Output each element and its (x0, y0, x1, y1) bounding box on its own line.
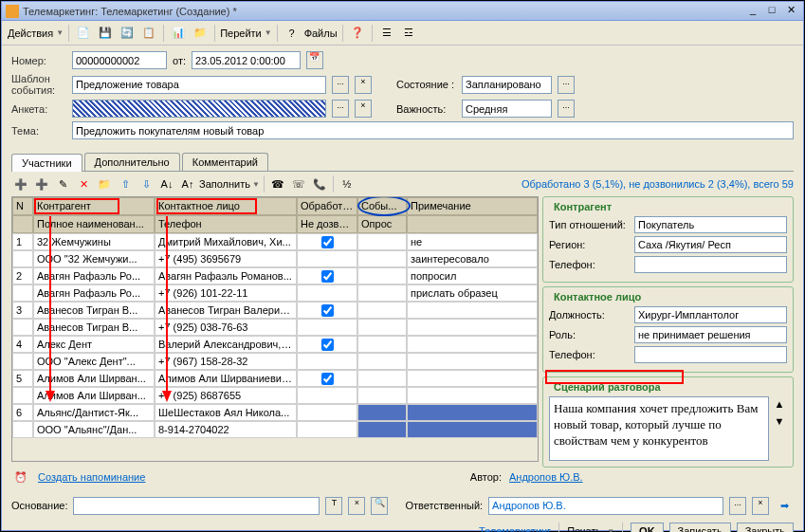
table-row[interactable]: ООО "Альянс"/Дан... 8-914-2704022 (12, 421, 538, 438)
basis-input[interactable] (73, 497, 320, 515)
close-button[interactable]: Закрыть (737, 523, 794, 532)
chevron-down-icon[interactable]: ▼ (607, 527, 614, 533)
importance-input[interactable] (462, 100, 552, 118)
survey-clear-button[interactable]: × (355, 100, 372, 118)
tab-participants[interactable]: Участники (11, 154, 82, 172)
col-phone[interactable]: Телефон (155, 215, 297, 233)
question-icon[interactable]: ❓ (348, 24, 367, 43)
add-group-icon[interactable]: ➕ (32, 174, 51, 193)
role-input[interactable] (634, 326, 787, 343)
table-row[interactable]: 1 32 Жемчужины Дмитрий Михайлович, Хи...… (12, 233, 538, 250)
col-n[interactable]: N (12, 197, 33, 215)
participants-grid[interactable]: N Контрагент Контактное лицо Обработан С… (11, 196, 539, 462)
table-row[interactable]: 2 Авагян Рафаэль Ро... Авагян Рафаэль Ро… (12, 267, 538, 284)
region-input[interactable] (634, 236, 787, 253)
add-icon[interactable]: ➕ (11, 174, 30, 193)
delete-icon[interactable]: ✕ (74, 174, 93, 193)
phone3-icon[interactable]: 📞 (310, 174, 329, 193)
template-input[interactable] (72, 76, 326, 94)
table-row[interactable]: 4 Алекс Дент Валерий Александрович, Х... (12, 336, 538, 353)
edit-icon[interactable]: ✎ (53, 174, 72, 193)
save-button[interactable]: Записать (669, 523, 731, 532)
print-button[interactable]: Печать (567, 525, 601, 532)
position-input[interactable] (634, 306, 787, 323)
phone2-input[interactable] (634, 346, 787, 363)
author-value[interactable]: Андропов Ю.В. (509, 471, 794, 483)
table-row[interactable]: 5 Алимов Али Ширван... Алимов Али Ширван… (12, 370, 538, 387)
fill-menu[interactable]: Заполнить (199, 178, 250, 190)
ok-button[interactable]: OK (631, 523, 664, 532)
processed-checkbox[interactable] (321, 270, 334, 283)
resp-clear-button[interactable]: × (752, 497, 769, 515)
template-select-button[interactable]: ... (332, 76, 349, 94)
date-input[interactable] (192, 51, 301, 69)
col-contact[interactable]: Контактное лицо (155, 197, 297, 215)
save-icon[interactable]: 💾 (96, 24, 115, 43)
phone2-icon[interactable]: ☏ (289, 174, 308, 193)
list-icon[interactable]: ☰ (377, 24, 396, 43)
date-picker-button[interactable]: 📅 (306, 51, 323, 69)
goto-icon[interactable]: ➡ (775, 496, 794, 515)
table-row[interactable]: Авагян Рафаэль Ро... +7 (926) 101-22-11 … (12, 284, 538, 302)
telemarketing-link[interactable]: Телемаркетинг (479, 525, 551, 532)
files-menu[interactable]: Файлы (304, 28, 338, 39)
chevron-down-icon[interactable]: ▼ (56, 28, 64, 37)
close-button[interactable]: ✕ (782, 4, 799, 19)
tab-additional[interactable]: Дополнительно (84, 153, 180, 171)
copy-icon[interactable]: 📋 (139, 24, 158, 43)
col-contragent[interactable]: Контрагент (33, 197, 155, 215)
col-notreached[interactable]: Не дозвони... (297, 215, 357, 233)
help-icon[interactable]: ? (283, 24, 302, 43)
sort-za-icon[interactable]: A↑ (178, 174, 197, 193)
rel-type-input[interactable] (634, 216, 787, 233)
survey-input[interactable] (72, 100, 326, 118)
refresh-icon[interactable]: 🔄 (118, 24, 137, 43)
state-select-button[interactable]: ... (558, 76, 575, 94)
up-icon[interactable]: ⇧ (116, 174, 135, 193)
phone-input[interactable] (634, 256, 787, 273)
reminder-icon[interactable]: ⏰ (11, 468, 30, 486)
new-icon[interactable]: 📄 (74, 24, 93, 43)
tree-icon[interactable]: ☲ (399, 24, 418, 43)
sort-az-icon[interactable]: A↓ (157, 174, 176, 193)
number-input[interactable] (72, 51, 167, 69)
goto-menu[interactable]: Перейти (220, 28, 262, 39)
basis-search-button[interactable]: 🔍 (371, 497, 388, 515)
processed-checkbox[interactable] (321, 373, 334, 385)
col-fullname[interactable]: Полное наименован... (33, 215, 155, 233)
table-row[interactable]: Аванесов Тигран В... +7 (925) 038-76-63 (12, 319, 538, 336)
col-note[interactable]: Примечание (407, 197, 538, 215)
basis-clear-button[interactable]: × (348, 497, 365, 515)
maximize-button[interactable]: □ (763, 4, 780, 19)
template-clear-button[interactable]: × (355, 76, 372, 94)
processed-checkbox[interactable] (321, 236, 334, 248)
actions-menu[interactable]: Действия (8, 28, 53, 39)
phone1-icon[interactable]: ☎ (268, 174, 287, 193)
folder-icon[interactable]: 📁 (95, 174, 114, 193)
tab-comment[interactable]: Комментарий (182, 153, 268, 171)
chevron-down-icon[interactable]: ▼ (265, 28, 272, 37)
struct-icon[interactable]: 📁 (191, 24, 210, 43)
table-row[interactable]: ООО "Алекс Дент"... +7 (967) 158-28-32 (12, 353, 538, 370)
col-processed[interactable]: Обработан (297, 197, 357, 215)
importance-select-button[interactable]: ... (558, 100, 575, 118)
resp-select-button[interactable]: ... (729, 497, 746, 515)
col-poll[interactable]: Опрос (357, 215, 407, 233)
report-icon[interactable]: 📊 (169, 24, 188, 43)
topic-input[interactable] (72, 121, 794, 139)
processed-checkbox[interactable] (321, 339, 334, 351)
filter-icon[interactable]: ½ (338, 174, 357, 193)
script-up-button[interactable]: ▲ (772, 396, 787, 412)
basis-t-button[interactable]: T (325, 497, 342, 515)
create-reminder-link[interactable]: Создать напоминание (38, 471, 145, 483)
table-row[interactable]: 3 Аванесов Тигран В... Аванесов Тигран В… (12, 302, 538, 319)
chevron-down-icon[interactable]: ▼ (252, 180, 260, 189)
down-icon[interactable]: ⇩ (137, 174, 156, 193)
table-row[interactable]: 6 Альянс/Дантист-Як... ШеШестаков Аял Ни… (12, 404, 538, 421)
col-events[interactable]: Собы... (357, 197, 407, 215)
table-row[interactable]: Алимов Али Ширван... +7 (925) 8687655 (12, 387, 538, 404)
state-input[interactable] (462, 76, 552, 94)
survey-select-button[interactable]: ... (332, 100, 349, 118)
minimize-button[interactable]: _ (744, 4, 761, 19)
script-down-button[interactable]: ▼ (772, 413, 787, 429)
